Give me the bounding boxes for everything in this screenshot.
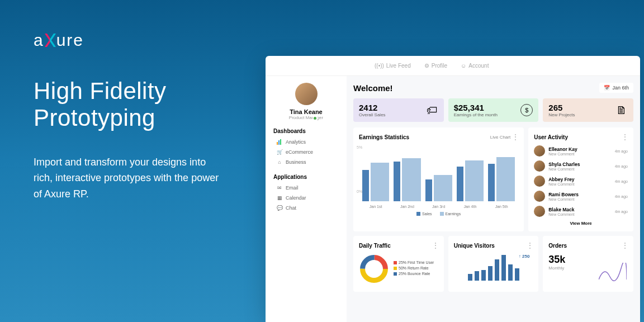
sidebar-item-email[interactable]: ✉Email — [271, 183, 341, 193]
brand-post: ure — [56, 31, 84, 50]
avatar — [534, 191, 545, 202]
nav-account-label: Account — [468, 63, 489, 69]
y-tick: 5% — [357, 145, 362, 149]
gear-icon: ⚙ — [424, 63, 429, 69]
bar — [362, 170, 369, 201]
activity-sub: New Comment — [548, 167, 611, 171]
activity-item[interactable]: Rami BowersNew Comment4m ago — [534, 191, 628, 202]
bar — [425, 179, 432, 201]
activity-item[interactable]: Abbey FreyNew Comment4m ago — [534, 176, 628, 187]
activity-time: 4m ago — [615, 149, 628, 153]
sidebar-item-calendar[interactable]: ▦Calendar — [271, 193, 341, 203]
bar — [496, 157, 515, 201]
card-title: Earnings Statistics — [359, 134, 409, 140]
brand-logo: a ure — [34, 31, 246, 50]
uv-bar — [495, 259, 499, 281]
sidebar-item-ecommerce[interactable]: 🛒eCommerce — [271, 147, 341, 157]
bar — [394, 162, 400, 201]
avatar — [534, 145, 545, 157]
donut-legend-item: 25% Bounce Rate — [394, 272, 434, 276]
activity-item[interactable]: Shyla CharlesNew Comment4m ago — [534, 160, 628, 172]
nav-head-applications: Applications — [273, 174, 341, 180]
cart-icon: 🛒 — [277, 149, 282, 155]
activity-item[interactable]: Blake MackNew Comment4m ago — [534, 206, 628, 217]
nav-account[interactable]: ☺Account — [461, 63, 489, 69]
kebab-icon: ⋮ — [512, 133, 518, 141]
sidebar-item-label: Calendar — [286, 195, 306, 201]
stat-earnings[interactable]: $25,341Earnings of the month $ — [448, 98, 539, 122]
legend-sales: Sales — [416, 212, 432, 216]
main-content: Welcome! 📅Jan 6th 2412Overall Sales 🏷 $2… — [347, 76, 640, 322]
x-label: Jan 5th — [488, 205, 515, 209]
activity-time: 4m ago — [615, 164, 628, 168]
uv-bar — [488, 266, 493, 281]
avatar — [534, 206, 545, 217]
stat-projects[interactable]: 265New Projects 🗎 — [543, 98, 633, 122]
activity-name: Abbey Frey — [548, 177, 611, 182]
card-title: Orders — [548, 243, 567, 249]
x-label: Jan 4th — [457, 205, 484, 209]
live-chart-label: Live Chart — [490, 135, 510, 140]
mail-icon: ✉ — [277, 185, 282, 191]
nav-live-feed[interactable]: ((•))Live Feed — [375, 63, 411, 69]
brand-x-icon — [45, 34, 56, 47]
card-title: Unique Visitors — [454, 243, 495, 249]
activity-time: 4m ago — [615, 179, 628, 183]
card-title: Daily Traffic — [359, 243, 391, 249]
activity-card: User Activity ⋮ Elleanor KayNew Comment4… — [528, 127, 633, 231]
kebab-icon[interactable]: ⋮ — [622, 242, 628, 249]
svg-rect-2 — [280, 139, 281, 145]
chat-icon: 💬 — [277, 205, 282, 211]
uv-bar — [515, 268, 519, 281]
broadcast-icon: ((•)) — [375, 63, 384, 69]
kebab-icon[interactable]: ⋮ — [622, 133, 628, 141]
activity-name: Shyla Charles — [548, 162, 611, 167]
x-label: Jan 1st — [362, 205, 389, 209]
nav-profile[interactable]: ⚙Profile — [424, 63, 447, 69]
date-picker[interactable]: 📅Jan 6th — [599, 83, 633, 93]
activity-sub: New Comment — [548, 152, 611, 156]
legend-label: Earnings — [446, 212, 461, 216]
donut-legend-item: 25% First Time User — [394, 261, 434, 264]
tag-icon: 🏷 — [426, 104, 438, 116]
calendar-icon: ▦ — [277, 195, 282, 201]
sidebar-item-analytics[interactable]: Analytics — [271, 137, 341, 147]
hero-headline: High Fidelity Prototyping — [34, 78, 246, 132]
stat-value: 265 — [548, 103, 575, 112]
kebab-icon[interactable]: ⋮ — [527, 242, 533, 249]
activity-sub: New Comment — [548, 212, 611, 216]
bar — [488, 164, 495, 201]
view-more-button[interactable]: View More — [534, 221, 628, 226]
kebab-icon[interactable]: ⋮ — [432, 242, 438, 249]
bar — [434, 175, 452, 201]
legend-earnings: Earnings — [440, 212, 461, 216]
bar-chart: 5%0% — [359, 145, 518, 201]
live-chart-toggle[interactable]: Live Chart⋮ — [490, 133, 518, 141]
orders-card: Orders⋮ 35k Monthly — [543, 236, 633, 292]
uv-bar — [475, 271, 479, 281]
stat-overall-sales[interactable]: 2412Overall Sales 🏷 — [353, 98, 444, 122]
activity-item[interactable]: Elleanor KayNew Comment4m ago — [534, 145, 628, 157]
sidebar-item-label: eCommerce — [286, 149, 313, 155]
user-block: Tina Keane Product Manager — [271, 83, 341, 120]
activity-time: 4m ago — [615, 195, 628, 198]
activity-name: Rami Bowers — [548, 192, 611, 197]
activity-name: Blake Mack — [548, 207, 611, 212]
user-role: Product Manager — [271, 115, 341, 120]
sidebar-item-business[interactable]: ⌂Business — [271, 157, 341, 167]
card-title: User Activity — [534, 134, 568, 140]
sparkline — [599, 263, 627, 285]
sidebar-item-label: Chat — [286, 205, 296, 211]
avatar[interactable] — [295, 83, 318, 105]
status-dot — [312, 116, 318, 121]
uv-delta: ↑ 250 — [519, 254, 530, 259]
y-tick: 0% — [357, 190, 362, 193]
bar-chart-icon — [277, 139, 282, 145]
donut-legend-item: 50% Return Rate — [394, 266, 434, 270]
sidebar-item-chat[interactable]: 💬Chat — [271, 203, 341, 213]
nav-profile-label: Profile — [432, 63, 447, 69]
bar — [457, 167, 463, 201]
stat-label: Overall Sales — [359, 112, 386, 117]
uv-bar — [468, 274, 472, 281]
sidebar-item-label: Business — [286, 159, 306, 165]
